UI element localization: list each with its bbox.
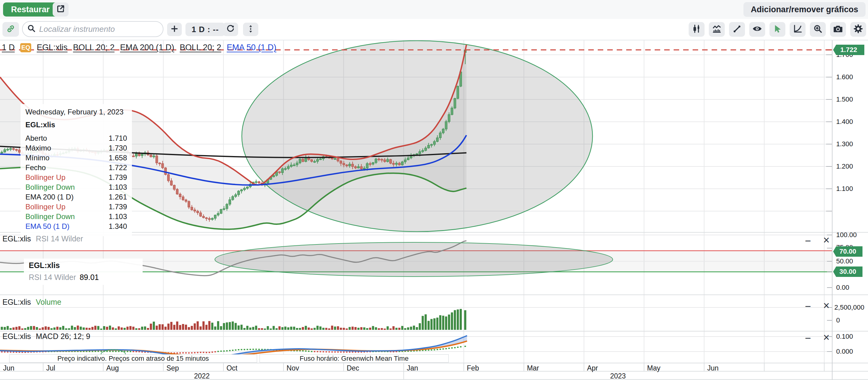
pointer-tool-button[interactable] — [770, 22, 785, 37]
visibility-button[interactable] — [749, 22, 765, 37]
candlestick-icon — [692, 24, 702, 35]
snapshot-button[interactable] — [830, 22, 846, 37]
gear-icon — [853, 24, 863, 35]
equity-type-badge: EQ — [20, 43, 31, 52]
legend-boll-1[interactable]: BOLL 20; 2 — [73, 43, 115, 52]
x-axis-month-label: Dec — [347, 364, 359, 372]
open-external-button[interactable] — [53, 2, 68, 17]
tooltip-row: Aberto1.710 — [25, 134, 127, 142]
add-remove-charts-button[interactable]: Adicionar/remover gráficos — [743, 2, 866, 17]
interval-button[interactable]: 1 D : -- — [185, 23, 225, 36]
rsi-axis-label: 0.00 — [836, 284, 849, 292]
price-tick-label: 1.200 — [836, 162, 853, 170]
link-icon — [6, 24, 16, 35]
legend-interval[interactable]: 1 D — [2, 43, 15, 52]
tooltip-row: Bollinger Down1.103 — [25, 183, 127, 191]
price-disclaimer: Preço indicativo. Preços com atraso de 1… — [9, 354, 257, 362]
link-instrument-button[interactable] — [2, 22, 19, 37]
rsi-close-button[interactable]: × — [819, 234, 833, 247]
x-axis-month-label: Sep — [166, 364, 179, 372]
x-axis-year-label: 2022 — [194, 372, 210, 380]
price-tick-label: 1.400 — [836, 118, 853, 126]
refresh-icon — [226, 24, 235, 35]
macd-panel-title: EGL:xlisMACD 26; 12; 9 — [2, 332, 90, 341]
x-axis-month-label: Mar — [527, 364, 539, 372]
x-axis-month-label: Jan — [407, 364, 418, 372]
rsi-tooltip: EGL:xlis RSI 14 Wilder89.01 — [24, 258, 143, 285]
zoom-in-button[interactable] — [810, 22, 826, 37]
cursor-icon — [772, 24, 783, 35]
chart-application: Restaurar Adicionar/remover gráficos 1 D… — [0, 0, 868, 380]
scale-curve-icon — [793, 24, 803, 35]
macd-axis-min: 0.000 — [836, 348, 853, 355]
scale-tool-button[interactable] — [789, 22, 806, 37]
x-axis-month-label: Jun — [707, 364, 719, 372]
tooltip-row: Bollinger Up1.739 — [25, 173, 127, 182]
plus-icon — [170, 24, 179, 35]
volume-close-button[interactable]: × — [819, 299, 833, 312]
x-axis-month-label: May — [647, 364, 660, 372]
volume-axis-max: 2,500,000 — [834, 304, 864, 312]
main-chart-legend: 1 D EQ EGL:xlis BOLL 20; 2 EMA 200 (1 D)… — [2, 43, 276, 52]
tooltip-symbol: EGL:xlis — [25, 121, 127, 129]
tooltip-date: Wednesday, February 1, 2023 — [25, 108, 127, 116]
search-input[interactable] — [38, 24, 159, 34]
legend-symbol[interactable]: EGL:xlis — [37, 43, 68, 52]
panel-resize-icon — [246, 24, 255, 35]
macd-axis-max: 0.100 — [836, 332, 853, 341]
tooltip-row: Bollinger Down1.103 — [25, 212, 127, 221]
price-tooltip: Wednesday, February 1, 2023 EGL:xlis Abe… — [21, 104, 132, 236]
tooltip-row: Mínimo1.658 — [25, 154, 127, 162]
tooltip-row: Fecho1.722 — [25, 163, 127, 172]
panel-resize-button[interactable] — [243, 23, 258, 36]
x-axis-month-label: Aug — [106, 364, 119, 372]
zoom-in-icon — [813, 24, 823, 35]
x-axis-month-label: Nov — [286, 364, 299, 372]
legend-ema200[interactable]: EMA 200 (1 D) — [120, 43, 174, 52]
rsi-axis-label: 50.00 — [836, 257, 853, 265]
external-link-icon — [56, 4, 65, 15]
tooltip-row: Máximo1.730 — [25, 144, 127, 152]
rsi-panel-title: EGL:xlisRSI 14 Wilder — [2, 234, 83, 243]
price-tick-label: 1.500 — [836, 95, 853, 103]
tooltip-row: EMA 50 (1 D)1.340 — [25, 222, 127, 230]
indicator-chart-icon — [712, 24, 722, 35]
chart-tools-group — [689, 22, 866, 37]
search-icon — [27, 24, 36, 34]
x-axis-month-label: Jun — [3, 364, 14, 372]
instrument-search[interactable] — [22, 21, 163, 37]
chart-display-button[interactable] — [709, 22, 725, 37]
legend-boll-2[interactable]: BOLL 20; 2 — [180, 43, 221, 52]
price-tick-label: 1.300 — [836, 140, 853, 148]
camera-icon — [833, 24, 843, 35]
last-price-badge: 1.722 — [833, 45, 864, 55]
timezone-disclaimer: Fuso horário: Greenwich Mean Time — [259, 354, 449, 362]
tooltip-row: EMA 200 (1 D)1.261 — [25, 193, 127, 201]
trendline-icon — [732, 24, 742, 35]
volume-minimize-button[interactable]: − — [801, 300, 815, 312]
rsi-minimize-button[interactable]: − — [801, 235, 815, 247]
x-axis-month-label: Oct — [226, 364, 238, 372]
settings-button[interactable] — [850, 22, 866, 37]
price-tick-label: 1.100 — [836, 185, 853, 193]
rsi-overbought-badge: 70.00 — [833, 246, 863, 257]
x-axis-month-label: Apr — [587, 364, 598, 372]
macd-minimize-button[interactable]: − — [801, 332, 815, 344]
add-instrument-button[interactable] — [167, 23, 182, 36]
candlestick-style-button[interactable] — [689, 22, 705, 37]
rsi-oversold-badge: 30.00 — [833, 266, 863, 277]
refresh-button[interactable] — [223, 23, 238, 36]
restore-button[interactable]: Restaurar — [3, 2, 58, 17]
chart-toolbar: 1 D : -- — [0, 19, 868, 40]
draw-trendline-button[interactable] — [729, 22, 745, 37]
eye-icon — [752, 24, 763, 35]
x-axis-year-label: 2023 — [610, 372, 626, 380]
volume-panel-title: EGL:xlisVolume — [2, 298, 61, 307]
rsi-axis-label: 100.00 — [836, 231, 857, 239]
top-bar: Restaurar Adicionar/remover gráficos — [0, 0, 868, 19]
legend-ema50[interactable]: EMA 50 (1 D) — [227, 43, 276, 52]
macd-close-button[interactable]: × — [819, 331, 833, 344]
x-axis-month-label: Jul — [46, 364, 55, 372]
volume-axis-min: 0 — [836, 316, 840, 324]
x-axis-month-label: Feb — [467, 364, 479, 372]
